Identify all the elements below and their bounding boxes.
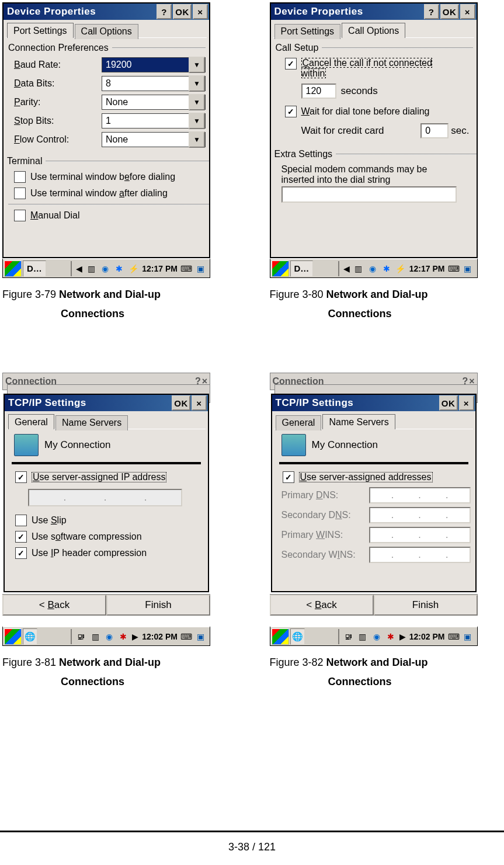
chevron-down-icon[interactable]: ▼ xyxy=(189,113,205,129)
checkbox-wait-dialtone[interactable]: ✓ Wait for dial tone before dialing xyxy=(274,103,473,120)
finish-button[interactable]: Finish xyxy=(374,595,478,616)
help-button[interactable]: ? xyxy=(157,4,172,19)
combo-value: None xyxy=(102,134,189,145)
desktop-icon[interactable]: ▣ xyxy=(195,631,206,642)
window-title: Device Properties xyxy=(274,6,363,18)
network-icon[interactable]: ◉ xyxy=(100,263,110,274)
close-button[interactable]: × xyxy=(460,4,475,19)
alert-icon[interactable]: ✱ xyxy=(385,631,396,642)
back-button[interactable]: < Back xyxy=(2,595,106,616)
taskbar: D… ◀ ▥ ◉ ✱ ⚡ 12:17 PM ⌨ ▣ xyxy=(2,258,210,278)
ok-button[interactable]: OK xyxy=(172,395,190,411)
label-data-bits: Data Bits: xyxy=(14,78,102,89)
keyboard-icon[interactable]: ⌨ xyxy=(449,631,459,642)
barcode-icon[interactable]: ▥ xyxy=(86,263,96,274)
bluetooth-icon[interactable]: ✱ xyxy=(381,263,392,274)
tab-call-options[interactable]: Call Options xyxy=(75,24,138,39)
checkbox-terminal-after[interactable]: Use terminal window after dialing xyxy=(4,185,209,202)
taskbar-app-button[interactable]: 🌐 xyxy=(23,628,37,645)
keyboard-icon[interactable]: ⌨ xyxy=(181,631,192,642)
checkbox-server-addresses[interactable]: ✓ Use server-assigned addresses xyxy=(272,469,475,485)
network-icon[interactable]: 🖳 xyxy=(343,631,354,642)
start-icon[interactable] xyxy=(272,628,289,645)
barcode-icon[interactable]: ▥ xyxy=(357,631,368,642)
input-credit-seconds[interactable]: 0 xyxy=(420,123,449,138)
checkbox-server-ip[interactable]: ✓ Use server-assigned IP address xyxy=(5,469,208,485)
barcode-icon[interactable]: ▥ xyxy=(90,631,100,642)
close-button[interactable]: × xyxy=(193,4,208,19)
checkbox-terminal-before[interactable]: Use terminal window before dialing xyxy=(4,169,209,185)
chevron-down-icon[interactable]: ▼ xyxy=(189,94,205,110)
network-icon[interactable]: ◉ xyxy=(104,631,114,642)
start-icon[interactable] xyxy=(4,628,22,645)
network-icon[interactable]: ◉ xyxy=(367,263,378,274)
clock-text[interactable]: 12:17 PM xyxy=(142,264,178,273)
taskbar-app-button[interactable]: D… xyxy=(23,260,46,277)
combo-parity[interactable]: None ▼ xyxy=(102,95,206,110)
group-title: Call Setup xyxy=(276,43,319,53)
checkbox-software-compression[interactable]: ✓ Use software compression xyxy=(5,529,208,545)
start-icon[interactable] xyxy=(272,260,289,277)
alert-icon[interactable]: ✱ xyxy=(118,631,128,642)
back-button[interactable]: < Back xyxy=(270,595,374,616)
checkbox-icon xyxy=(14,171,26,183)
input-secondary-wins[interactable]: ... xyxy=(369,547,471,563)
group-terminal-title: Terminal xyxy=(7,156,42,166)
tab-strip: General Name Servers xyxy=(272,411,475,429)
chevron-down-icon[interactable]: ▼ xyxy=(189,75,205,92)
clock-text[interactable]: 12:02 PM xyxy=(409,632,445,641)
figure-caption-3-82: Figure 3-82 Network and Dial-up Connecti… xyxy=(270,656,502,688)
taskbar-app-button[interactable]: D… xyxy=(290,260,314,277)
power-icon[interactable]: ⚡ xyxy=(128,263,138,274)
taskbar: 🌐 🖳 ▥ ◉ ✱ ▶ 12:02 PM ⌨ ▣ xyxy=(270,626,478,646)
checkbox-use-slip[interactable]: Use Slip xyxy=(5,512,208,529)
input-primary-dns[interactable]: ... xyxy=(369,487,471,503)
tab-port-settings[interactable]: Port Settings xyxy=(7,23,74,38)
tab-general[interactable]: General xyxy=(276,415,322,430)
tab-port-settings[interactable]: Port Settings xyxy=(274,24,341,39)
clock-text[interactable]: 12:17 PM xyxy=(409,264,445,273)
close-button[interactable]: × xyxy=(459,395,474,411)
input-cancel-seconds[interactable]: 120 xyxy=(301,84,336,99)
checkbox-ip-header-compression[interactable]: ✓ Use IP header compression xyxy=(5,545,208,561)
barcode-icon[interactable]: ▥ xyxy=(353,263,364,274)
desktop-icon[interactable]: ▣ xyxy=(195,263,206,274)
chevron-down-icon[interactable]: ▼ xyxy=(189,57,205,73)
label-baud-rate: Baud Rate: xyxy=(14,60,102,70)
input-extra-commands[interactable] xyxy=(281,186,457,203)
label-seconds: seconds xyxy=(341,85,378,97)
tab-call-options[interactable]: Call Options xyxy=(342,23,405,38)
keyboard-icon[interactable]: ⌨ xyxy=(449,263,459,274)
chevron-down-icon[interactable]: ▼ xyxy=(189,131,205,148)
help-button[interactable]: ? xyxy=(424,4,439,19)
network-icon[interactable]: ◉ xyxy=(371,631,382,642)
window-title: TCP/IP Settings xyxy=(276,397,354,409)
bluetooth-icon[interactable]: ✱ xyxy=(114,263,124,274)
combo-baud-rate[interactable]: 19200 ▼ xyxy=(102,57,206,72)
taskbar-app-button[interactable]: 🌐 xyxy=(290,628,305,645)
ok-button[interactable]: OK xyxy=(440,4,459,19)
close-button[interactable]: × xyxy=(192,395,207,411)
ok-button[interactable]: OK xyxy=(173,4,192,19)
tab-general[interactable]: General xyxy=(8,414,54,429)
start-icon[interactable] xyxy=(4,260,22,277)
tab-name-servers[interactable]: Name Servers xyxy=(322,414,395,429)
combo-flow-control[interactable]: None ▼ xyxy=(102,132,206,147)
group-connection-preferences: Connection Preferences Baud Rate: 19200 … xyxy=(7,39,206,149)
network-icon[interactable]: 🖳 xyxy=(76,631,86,642)
input-secondary-dns[interactable]: ... xyxy=(369,507,471,523)
clock-text[interactable]: 12:02 PM xyxy=(142,632,178,641)
ok-button[interactable]: OK xyxy=(439,395,458,411)
finish-button[interactable]: Finish xyxy=(106,595,210,616)
desktop-icon[interactable]: ▣ xyxy=(463,631,473,642)
tab-name-servers[interactable]: Name Servers xyxy=(55,415,128,430)
keyboard-icon[interactable]: ⌨ xyxy=(181,263,192,274)
checkbox-cancel-call[interactable]: ✓ Cancel the call if not connectedwithin xyxy=(274,55,473,81)
input-primary-wins[interactable]: ... xyxy=(369,527,471,543)
input-ip-address[interactable]: ... xyxy=(28,489,182,506)
combo-data-bits[interactable]: 8 ▼ xyxy=(102,76,206,91)
power-icon[interactable]: ⚡ xyxy=(395,263,406,274)
desktop-icon[interactable]: ▣ xyxy=(463,263,473,274)
combo-stop-bits[interactable]: 1 ▼ xyxy=(102,113,206,128)
checkbox-manual-dial[interactable]: Manual Dial xyxy=(4,207,209,224)
